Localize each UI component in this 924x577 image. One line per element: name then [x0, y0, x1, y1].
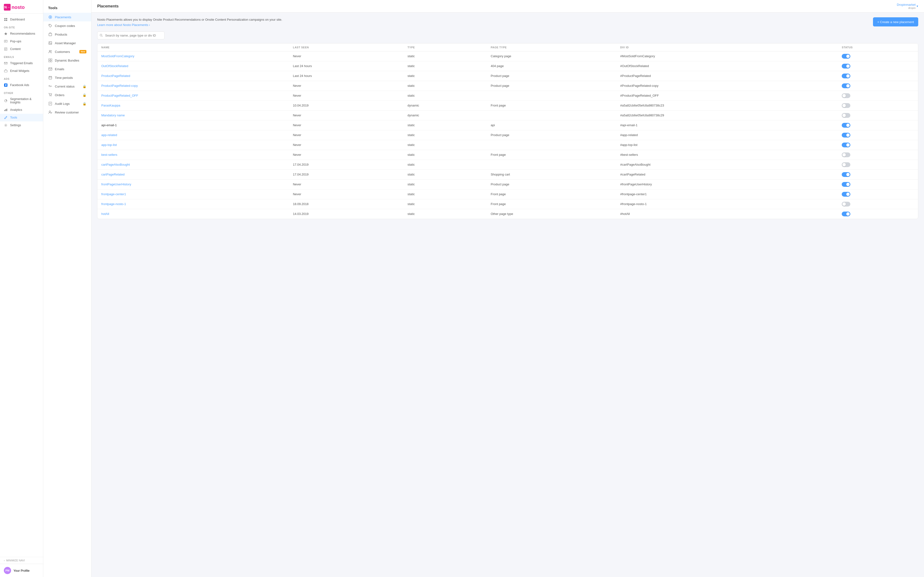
sub-nav-item-asset-manager[interactable]: Asset Manager: [43, 39, 91, 47]
star-icon: [4, 32, 8, 35]
placement-status-toggle[interactable]: [842, 54, 850, 59]
search-input[interactable]: [97, 32, 165, 39]
placement-div-id-cell: #cartPageAlsoBought: [617, 160, 838, 169]
placement-name-link[interactable]: frontpage-nosto-1: [101, 202, 126, 206]
main-header: Placements Dropinmarket dropin ▾: [91, 0, 924, 13]
placement-div-id-cell: #app-related: [617, 130, 838, 140]
table-row: cartPageAlsoBought17.04.2019static#cartP…: [97, 160, 918, 169]
placement-div-id-cell: #best-sellers: [617, 150, 838, 160]
placement-status-toggle[interactable]: [842, 103, 850, 108]
sub-nav-item-customers[interactable]: Customers New: [43, 47, 91, 56]
svg-point-19: [5, 118, 5, 119]
sidebar-item-popups[interactable]: Pop-ups: [0, 37, 43, 45]
placement-name-link[interactable]: cartPageAlsoBought: [101, 163, 130, 166]
placement-name-cell: OutOfStockRelated: [97, 61, 289, 71]
placement-status-toggle[interactable]: [842, 192, 850, 197]
section-label-onsite: ON-SITE: [0, 23, 43, 30]
placement-name-link[interactable]: cartPageRelated: [101, 172, 124, 176]
svg-point-20: [5, 125, 6, 126]
placement-type-cell: static: [404, 91, 487, 100]
placement-div-id-cell: #MostSoldFromCategory: [617, 51, 838, 61]
placement-status-toggle[interactable]: [842, 123, 850, 128]
placement-last-seen-cell: Last 24 hours: [289, 71, 404, 81]
sub-nav-item-time-periods[interactable]: Time periods: [43, 73, 91, 82]
placement-type-cell: dynamic: [404, 110, 487, 120]
placement-status-toggle[interactable]: [842, 64, 850, 69]
placement-type-cell: static: [404, 179, 487, 189]
sidebar-item-recommendations[interactable]: Recommendations: [0, 30, 43, 37]
placement-name-link[interactable]: best-sellers: [101, 153, 117, 156]
placement-name-link[interactable]: frontPageUserHistory: [101, 182, 131, 186]
sub-nav-item-coupon-codes[interactable]: Coupon codes: [43, 21, 91, 30]
sidebar-item-facebook-ads[interactable]: Facebook Ads: [0, 81, 43, 89]
facebook-icon: [4, 83, 8, 87]
sub-nav-orders-label: Orders: [55, 93, 65, 97]
sidebar-item-settings[interactable]: Settings: [0, 121, 43, 129]
store-selector[interactable]: Dropinmarket dropin ▾: [897, 3, 918, 10]
sub-nav-item-current-status[interactable]: Current status 🔒: [43, 82, 91, 91]
placement-status-cell: [838, 169, 918, 179]
sidebar-item-email-widgets[interactable]: Email Widgets: [0, 67, 43, 75]
placement-status-toggle[interactable]: [842, 113, 850, 118]
placements-table-container: NAME LAST SEEN TYPE PAGE TYPE DIV ID STA…: [97, 43, 918, 219]
chart-icon: [4, 99, 8, 103]
sidebar-item-segmentation[interactable]: Segmentation & Insights: [0, 95, 43, 106]
placement-type-cell: static: [404, 51, 487, 61]
sub-nav-item-dynamic-bundles[interactable]: Dynamic Bundles: [43, 56, 91, 64]
svg-rect-30: [50, 59, 52, 60]
placement-name-link[interactable]: MostSoldFromCategory: [101, 54, 134, 58]
sidebar-item-triggered-emails[interactable]: Triggered Emails: [0, 60, 43, 67]
sub-nav-item-review-customer[interactable]: Review customer: [43, 108, 91, 117]
placement-div-id-cell: #ProductPageRelated-copy: [617, 81, 838, 91]
svg-rect-31: [48, 61, 50, 62]
placement-name-link[interactable]: OutOfStockRelated: [101, 64, 128, 68]
placement-status-toggle[interactable]: [842, 74, 850, 78]
user-profile-area[interactable]: PM Your Profile: [0, 564, 43, 577]
sub-nav-item-placements[interactable]: Placements: [43, 13, 91, 21]
placement-status-toggle[interactable]: [842, 93, 850, 98]
description-area: Nosto Placements allows you to display O…: [97, 17, 282, 27]
placement-type-cell: static: [404, 130, 487, 140]
placement-status-toggle[interactable]: [842, 211, 850, 216]
main-area: Placements Dropinmarket dropin ▾ Nosto P…: [91, 0, 924, 577]
sidebar-item-analytics[interactable]: Analytics: [0, 106, 43, 114]
user-check-icon: [48, 110, 52, 114]
placement-status-toggle[interactable]: [842, 152, 850, 157]
sub-nav-item-emails[interactable]: Emails: [43, 64, 91, 73]
placement-name-link[interactable]: ProductPageRelated-copy: [101, 84, 138, 87]
sidebar-item-content[interactable]: Content: [0, 45, 43, 53]
placements-table: NAME LAST SEEN TYPE PAGE TYPE DIV ID STA…: [97, 44, 918, 219]
table-row: cartPageRelated17.04.2019staticShopping …: [97, 169, 918, 179]
create-placement-button[interactable]: + Create a new placement: [873, 17, 918, 26]
placement-status-toggle[interactable]: [842, 133, 850, 137]
placement-status-toggle[interactable]: [842, 143, 850, 147]
placement-name-link[interactable]: ProductPageRelated_OFF: [101, 94, 138, 97]
placement-name-link[interactable]: frontpage-center1: [101, 192, 126, 196]
sub-nav-item-orders[interactable]: Orders 🔒: [43, 91, 91, 99]
sidebar-item-popups-label: Pop-ups: [10, 40, 21, 43]
table-row: ProductPageRelatedLast 24 hoursstaticPro…: [97, 71, 918, 81]
placement-name-link[interactable]: Mandatory name: [101, 113, 125, 117]
sub-nav-current-status-label: Current status: [55, 85, 74, 88]
placement-status-toggle[interactable]: [842, 84, 850, 88]
placement-name-link[interactable]: app-related: [101, 133, 117, 137]
placement-status-toggle[interactable]: [842, 182, 850, 187]
placement-name-link[interactable]: ParasKauppa: [101, 104, 120, 107]
placement-name-link[interactable]: hotAll: [101, 212, 109, 216]
tag-icon: [48, 24, 52, 28]
sidebar-item-tools[interactable]: Tools: [0, 114, 43, 121]
minimize-nav-button[interactable]: ‹ MINIMIZE NAVI: [0, 557, 43, 564]
sub-nav-item-audit-logs[interactable]: Audit Logs 🔒: [43, 99, 91, 108]
table-row: app-top-listNeverstatic#app-top-list: [97, 140, 918, 150]
placement-status-toggle[interactable]: [842, 162, 850, 167]
store-sub: dropin: [897, 6, 916, 10]
sidebar-item-dashboard[interactable]: Dashboard: [0, 16, 43, 23]
placement-status-toggle[interactable]: [842, 202, 850, 206]
svg-rect-32: [50, 61, 52, 62]
placement-name-link[interactable]: app-top-list: [101, 143, 117, 147]
placement-name-link[interactable]: ProductPageRelated: [101, 74, 130, 77]
learn-more-link[interactable]: Learn more about Nosto Placements ›: [97, 23, 282, 27]
store-name: Dropinmarket: [897, 3, 916, 6]
placement-status-toggle[interactable]: [842, 172, 850, 177]
sub-nav-item-products[interactable]: Products: [43, 30, 91, 39]
